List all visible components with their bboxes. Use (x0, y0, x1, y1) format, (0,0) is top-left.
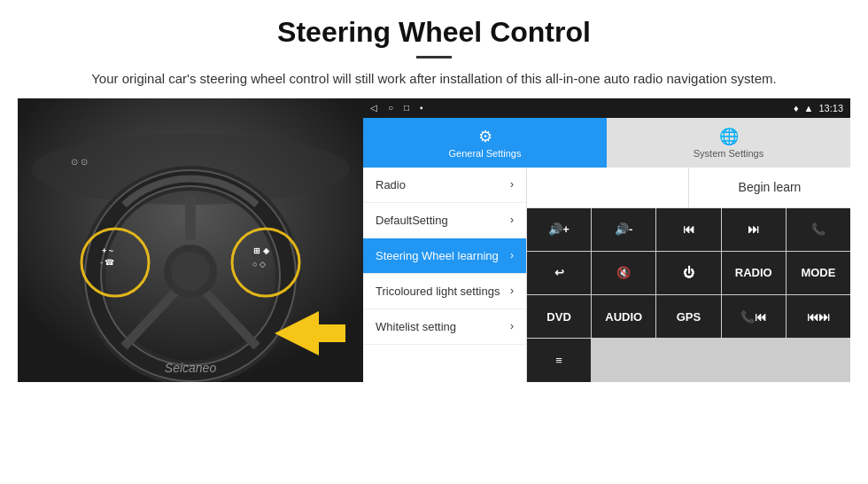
tab-general-label: General Settings (449, 148, 522, 159)
svg-text:○  ◇: ○ ◇ (252, 260, 266, 269)
screenshot-icon[interactable]: ▪ (420, 103, 423, 113)
watermark: Seicaneo (165, 361, 216, 375)
prev-track-btn[interactable]: ⏮ (656, 208, 720, 251)
menu-item-default-label: DefaultSetting (376, 214, 448, 227)
menu-item-tricoloured[interactable]: Tricoloured light settings › (363, 274, 526, 309)
chevron-icon-steering: › (510, 249, 514, 262)
left-menu: Radio › DefaultSetting › Steering Wheel … (363, 168, 527, 382)
vol-down-icon: 🔊- (615, 222, 632, 236)
phone-btn[interactable]: 📞 (787, 208, 850, 251)
skip-btn[interactable]: ⏮⏭ (787, 295, 850, 338)
back-nav-btn[interactable]: ↩ (527, 252, 591, 294)
status-bar: ◁ ○ □ ▪ ♦ ▲ 13:13 (363, 98, 850, 118)
page-header: Steering Wheel Control Your original car… (0, 0, 868, 98)
next-track-icon: ⏭ (748, 222, 759, 236)
location-icon: ♦ (794, 103, 799, 113)
title-divider (416, 56, 452, 59)
menu-item-whitelist[interactable]: Whitelist setting › (363, 309, 526, 345)
tab-bar: ⚙ General Settings 🌐 System Settings (363, 118, 850, 168)
time-display: 13:13 (818, 103, 843, 113)
radio-btn[interactable]: RADIO (722, 252, 786, 294)
phone-prev-btn[interactable]: 📞⏮ (722, 295, 786, 338)
svg-text:-   ☎: - ☎ (100, 258, 115, 267)
content-area: Radio › DefaultSetting › Steering Wheel … (363, 168, 850, 382)
blank-display-area (527, 168, 689, 207)
android-panel: ◁ ○ □ ▪ ♦ ▲ 13:13 ⚙ General Settings 🌐 S… (363, 98, 850, 382)
power-icon: ⏻ (683, 266, 694, 279)
status-bar-left: ◁ ○ □ ▪ (370, 103, 423, 113)
gps-label: GPS (677, 310, 701, 324)
vol-up-icon: 🔊+ (548, 222, 570, 236)
chevron-icon-default: › (510, 214, 514, 226)
steering-wheel-svg: ⊙ ⊙ + ~ - ☎ (18, 98, 363, 382)
control-grid: 🔊+ 🔊- ⏮ ⏭ 📞 ↩ (527, 208, 850, 382)
vol-up-btn[interactable]: 🔊+ (527, 208, 591, 251)
main-content: ⊙ ⊙ + ~ - ☎ (0, 98, 868, 391)
list-icon: ≡ (555, 354, 562, 367)
vol-down-btn[interactable]: 🔊- (592, 208, 655, 251)
tab-system-label: System Settings (694, 148, 763, 159)
mode-btn[interactable]: MODE (787, 252, 850, 294)
mute-btn[interactable]: 🔇 (592, 252, 655, 294)
top-row: Begin learn (527, 168, 850, 208)
menu-item-tricoloured-label: Tricoloured light settings (376, 285, 500, 298)
phone-icon: 📞 (811, 222, 825, 236)
car-image-panel: ⊙ ⊙ + ~ - ☎ (18, 98, 363, 382)
system-settings-icon: 🌐 (719, 127, 739, 146)
menu-item-steering-wheel[interactable]: Steering Wheel learning › (363, 238, 526, 274)
tab-general-settings[interactable]: ⚙ General Settings (363, 118, 607, 168)
gps-btn[interactable]: GPS (656, 295, 720, 338)
back-icon[interactable]: ◁ (370, 103, 377, 113)
dvd-btn[interactable]: DVD (527, 295, 591, 338)
back-nav-icon: ↩ (554, 266, 564, 279)
mode-label: MODE (801, 266, 835, 279)
page-description: Your original car's steering wheel contr… (35, 69, 833, 90)
menu-item-steering-label: Steering Wheel learning (376, 249, 499, 262)
page-title: Steering Wheel Control (35, 16, 833, 49)
phone-prev-icon: 📞⏮ (740, 310, 766, 324)
chevron-icon-tricoloured: › (510, 285, 514, 297)
audio-label: AUDIO (605, 310, 642, 324)
mute-icon: 🔇 (616, 266, 631, 279)
menu-item-radio-label: Radio (376, 178, 406, 191)
menu-item-whitelist-label: Whitelist setting (376, 320, 456, 333)
svg-text:+  ~: + ~ (102, 246, 113, 255)
right-panel: Begin learn 🔊+ 🔊- ⏮ ⏭ (527, 168, 850, 382)
chevron-icon-whitelist: › (510, 320, 514, 332)
audio-btn[interactable]: AUDIO (592, 295, 655, 338)
status-bar-right: ♦ ▲ 13:13 (794, 103, 843, 113)
menu-item-defaultsetting[interactable]: DefaultSetting › (363, 203, 526, 238)
svg-point-10 (171, 252, 210, 291)
skip-icon: ⏮⏭ (807, 310, 830, 324)
tab-system-settings[interactable]: 🌐 System Settings (607, 118, 850, 168)
radio-label: RADIO (735, 266, 772, 279)
next-track-btn[interactable]: ⏭ (722, 208, 786, 251)
power-btn[interactable]: ⏻ (656, 252, 720, 294)
general-settings-icon: ⚙ (478, 127, 492, 146)
list-btn[interactable]: ≡ (527, 339, 591, 381)
menu-item-radio[interactable]: Radio › (363, 168, 526, 203)
begin-learn-button[interactable]: Begin learn (689, 168, 850, 207)
recents-icon[interactable]: □ (404, 103, 409, 113)
svg-text:⊞  ◈: ⊞ ◈ (253, 246, 270, 255)
home-icon[interactable]: ○ (388, 103, 393, 113)
svg-text:⊙ ⊙: ⊙ ⊙ (71, 157, 88, 167)
chevron-icon-radio: › (510, 178, 514, 191)
signal-icon: ▲ (804, 103, 814, 113)
prev-track-icon: ⏮ (683, 222, 694, 236)
dvd-label: DVD (546, 310, 570, 324)
